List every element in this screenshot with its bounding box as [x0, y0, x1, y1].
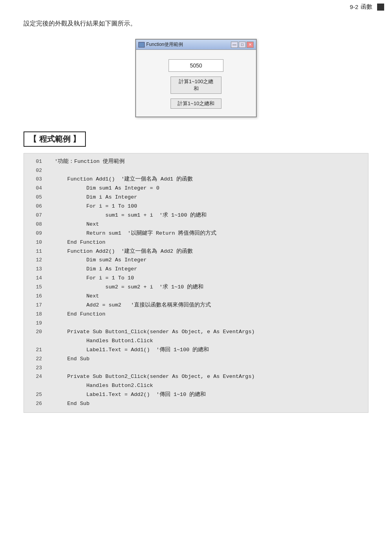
line-content: Dim sum2 As Integer [48, 256, 147, 265]
line-number: 26 [28, 399, 42, 408]
code-line: 07 sum1 = sum1 + i '求 1~100 的總和 [24, 211, 368, 220]
window-app-icon [138, 42, 145, 47]
code-line: 06 For i = 1 To 100 [24, 202, 368, 211]
line-content: Function Add2() '建立一個名為 Add2 的函數 [48, 247, 193, 256]
line-content: '功能：Function 使用範例 [48, 157, 125, 166]
window-body: 5050 計算1~100之總和 計算1~10之總和 [136, 50, 256, 117]
code-line: 18 End Function [24, 310, 368, 319]
line-number: 17 [28, 301, 42, 310]
line-content: Next [48, 220, 99, 229]
line-number: 23 [28, 364, 42, 372]
code-line: 04 Dim sum1 As Integer = 0 [24, 184, 368, 193]
close-button[interactable]: ✕ [247, 42, 254, 48]
line-content: Handles Button2.Click [48, 381, 153, 390]
code-line: 03 Function Add1() '建立一個名為 Add1 的函數 [24, 175, 368, 184]
window-preview: Function使用範例 — □ ✕ 5050 計算1~100之總和 計算1~1… [135, 39, 257, 117]
restore-button[interactable]: □ [239, 42, 246, 48]
line-content: sum2 = sum2 + i '求 1~10 的總和 [48, 283, 203, 292]
line-number: 10 [28, 238, 42, 247]
line-content: For i = 1 To 10 [48, 274, 134, 283]
code-line: 26 End Sub [24, 399, 368, 409]
line-number: 19 [28, 319, 42, 328]
code-line: 19 [24, 319, 368, 328]
code-line: 17 Add2 = sum2 '直接以函數名稱來傳回值的方式 [24, 301, 368, 310]
line-content: End Function [48, 310, 105, 319]
line-number: 09 [28, 229, 42, 238]
line-number: 08 [28, 220, 42, 229]
line-number: 01 [28, 157, 42, 166]
code-line: 12 Dim sum2 As Integer [24, 256, 368, 265]
line-content: End Sub [48, 355, 89, 364]
code-line: 21 Label1.Text = Add1() '傳回 1~100 的總和 [24, 346, 368, 355]
window-controls: — □ ✕ [231, 42, 254, 48]
line-number: 18 [28, 310, 42, 319]
window-titlebar: Function使用範例 — □ ✕ [136, 40, 256, 50]
code-line: 09 Return sum1 '以關鍵字 Return 將值傳回的方式 [24, 229, 368, 238]
window-title-area: Function使用範例 [138, 41, 183, 48]
line-content: End Function [48, 238, 105, 247]
line-content: Return sum1 '以關鍵字 Return 將值傳回的方式 [48, 229, 216, 238]
window-preview-container: Function使用範例 — □ ✕ 5050 計算1~100之總和 計算1~1… [24, 39, 368, 117]
chapter-title: 函數 [361, 3, 372, 11]
line-content: For i = 1 To 100 [48, 202, 137, 211]
calc-button-1[interactable]: 計算1~100之總和 [171, 77, 221, 94]
line-content: Dim sum1 As Integer = 0 [48, 184, 160, 193]
result-value: 5050 [190, 62, 202, 69]
code-line: 11 Function Add2() '建立一個名為 Add2 的函數 [24, 247, 368, 256]
line-number: 07 [28, 211, 42, 220]
code-line: 23 [24, 364, 368, 372]
line-number: 03 [28, 175, 42, 184]
code-line: 20 Private Sub Button1_Click(sender As O… [24, 328, 368, 337]
code-line: Handles Button1.Click [24, 337, 368, 346]
line-number: 11 [28, 247, 42, 256]
code-line: 16 Next [24, 292, 368, 301]
code-line: 05 Dim i As Integer [24, 193, 368, 202]
code-line: 08 Next [24, 220, 368, 229]
code-line: 02 [24, 166, 368, 175]
line-content: End Sub [48, 399, 89, 409]
code-line: 13 Dim i As Integer [24, 265, 368, 274]
line-number: 12 [28, 256, 42, 264]
line-content: Next [48, 292, 99, 301]
code-line: 10 End Function [24, 238, 368, 247]
line-number: 22 [28, 355, 42, 363]
header-divider [377, 4, 384, 11]
code-block: 01 '功能：Function 使用範例0203 Function Add1()… [24, 153, 368, 413]
intro-text: 設定完後的外觀及執行結果如下圖所示。 [24, 20, 368, 28]
line-number: 02 [28, 166, 42, 175]
window-title: Function使用範例 [146, 41, 183, 48]
code-line: 22 End Sub [24, 355, 368, 364]
line-content: Dim i As Integer [48, 265, 137, 274]
code-line: Handles Button2.Click [24, 381, 368, 390]
code-line: 15 sum2 = sum2 + i '求 1~10 的總和 [24, 283, 368, 292]
line-number: 06 [28, 202, 42, 211]
line-content: Add2 = sum2 '直接以函數名稱來傳回值的方式 [48, 301, 211, 310]
line-number: 05 [28, 193, 42, 202]
line-number: 15 [28, 283, 42, 292]
line-number: 21 [28, 346, 42, 354]
line-content: Handles Button1.Click [48, 337, 153, 346]
line-content: Dim i As Integer [48, 193, 137, 202]
line-number: 13 [28, 265, 42, 274]
page-number: 9-2 [350, 4, 358, 10]
line-content: Label1.Text = Add2() '傳回 1~10 的總和 [48, 390, 206, 399]
line-content: Label1.Text = Add1() '傳回 1~100 的總和 [48, 346, 209, 355]
code-line: 14 For i = 1 To 10 [24, 274, 368, 283]
line-number: 20 [28, 328, 42, 336]
line-content: Private Sub Button2_Click(sender As Obje… [48, 372, 255, 381]
section-title: 【 程式範例 】 [24, 131, 86, 147]
code-line: 01 '功能：Function 使用範例 [24, 157, 368, 166]
calc-button-2[interactable]: 計算1~10之總和 [171, 98, 221, 109]
result-label: 5050 [169, 59, 223, 72]
page-header: 9-2 函數 [350, 3, 384, 11]
line-content: Function Add1() '建立一個名為 Add1 的函數 [48, 175, 193, 184]
line-number: 24 [28, 372, 42, 381]
minimize-button[interactable]: — [231, 42, 238, 48]
line-content: Private Sub Button1_Click(sender As Obje… [48, 328, 255, 337]
line-content: sum1 = sum1 + i '求 1~100 的總和 [48, 211, 207, 220]
line-number: 16 [28, 292, 42, 301]
main-content: 設定完後的外觀及執行結果如下圖所示。 Function使用範例 — □ ✕ 50… [0, 0, 392, 429]
line-number: 14 [28, 274, 42, 283]
line-number: 04 [28, 184, 42, 193]
code-line: 24 Private Sub Button2_Click(sender As O… [24, 372, 368, 381]
